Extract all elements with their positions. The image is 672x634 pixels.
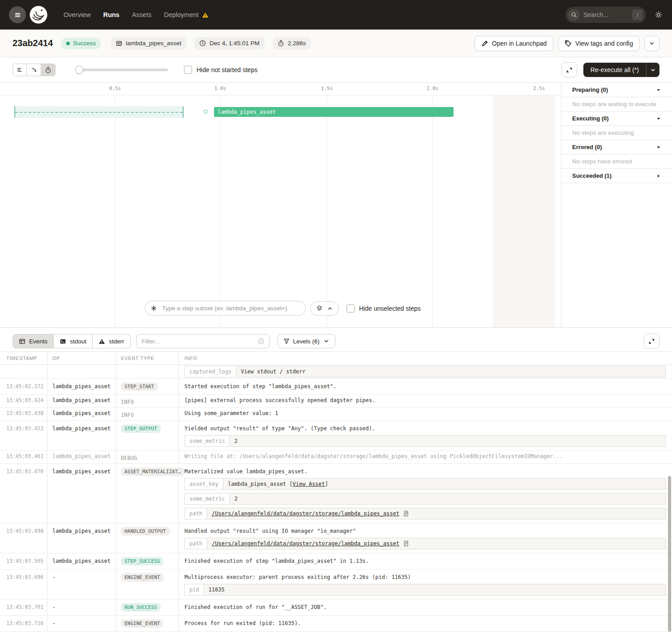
tab-events[interactable]: Events	[13, 334, 54, 348]
table-row[interactable]: 13:45:03.470lambda_pipes_assetASSET_MATE…	[0, 464, 672, 523]
gantt-expand-button[interactable]	[561, 62, 577, 77]
open-in-launchpad-button[interactable]: Open in Launchpad	[475, 36, 553, 51]
table-row[interactable]: 13:45:03.498lambda_pipes_assetHANDLED_OU…	[0, 523, 672, 553]
copy-icon[interactable]	[403, 510, 409, 517]
hide-unselected-checkbox-row: Hide unselected steps	[347, 304, 421, 313]
metadata-value-text: 2	[234, 438, 237, 444]
sidebar-section-preparing[interactable]: Preparing (0)	[561, 83, 672, 97]
sidebar-section-executing[interactable]: Executing (0)	[561, 111, 672, 126]
table-row[interactable]: 13:45:03.701-RUN_SUCCESSFinished executi…	[0, 600, 672, 616]
sidebar-section-errored[interactable]: Errored (0)	[561, 140, 672, 154]
filter-clear-button[interactable]	[257, 338, 265, 345]
levels-label: Levels (6)	[293, 338, 320, 345]
event-info-text: Yielded output "result" of type "Any". (…	[184, 425, 672, 432]
gantt-toolbar: Hide not started steps Re-execute all (*…	[0, 57, 672, 83]
timestamp-cell: 13:45:03.453	[0, 421, 47, 435]
table-row[interactable]: 13:45:03.461lambda_pipes_assetDEBUGWriti…	[0, 451, 672, 464]
reexecute-dropdown[interactable]	[646, 63, 659, 77]
table-row[interactable]: 13:45:03.453lambda_pipes_assetSTEP_OUTPU…	[0, 421, 672, 451]
tab-stderr[interactable]: stderr	[93, 334, 131, 348]
zoom-slider-knob[interactable]	[75, 66, 83, 74]
view-tags-config-button[interactable]: View tags and config	[558, 36, 640, 51]
op-selector-icon	[150, 305, 157, 312]
info-cell: captured_logsView stdout / stderr	[178, 365, 672, 377]
view-timed-button[interactable]	[41, 64, 56, 76]
table-row[interactable]: 13:45:03.505lambda_pipes_assetSTEP_SUCCE…	[0, 553, 672, 570]
log-tabs: Eventsstdoutstderr	[13, 334, 131, 348]
timeline-gridline	[220, 95, 221, 327]
run-header: 23ab2414 Success lambda_pipes_assetDec 4…	[0, 30, 672, 57]
search-input[interactable]	[580, 11, 632, 18]
tab-label: stderr	[109, 338, 124, 345]
timestamp-cell: 13:45:03.424	[0, 395, 47, 405]
op-cell: lambda_pipes_asset	[47, 553, 116, 568]
nav-item-deployment[interactable]: Deployment	[164, 11, 208, 18]
log-filter-input[interactable]	[141, 338, 257, 345]
event-type-badge: HANDLED_OUTPUT	[121, 527, 170, 535]
view-flat-button[interactable]	[13, 64, 27, 76]
hide-unselected-checkbox[interactable]	[347, 304, 355, 313]
table-row[interactable]: 13:45:02.372lambda_pipes_assetSTEP_START…	[0, 379, 672, 395]
event-type-cell: ASSET_MATERIALIZAT…	[116, 464, 178, 480]
info-cell: Handled output "result" using IO manager…	[178, 523, 672, 553]
sidebar-section-empty-text: No steps have errored	[561, 154, 672, 169]
op-cell: lambda_pipes_asset	[47, 408, 116, 418]
run-more-actions-button[interactable]	[644, 36, 659, 51]
status-dot-icon	[66, 42, 70, 45]
run-tag[interactable]: lambda_pipes_asset	[111, 37, 186, 49]
grid-icon	[116, 40, 122, 47]
nav-item-assets[interactable]: Assets	[132, 11, 152, 18]
step-subset-input[interactable]	[161, 304, 300, 312]
run-tag-label: Dec 4, 1:45:01 PM	[210, 40, 260, 47]
metadata-key: some_metric	[185, 436, 230, 446]
step-subset-input-wrap	[145, 301, 306, 316]
hide-not-started-checkbox[interactable]	[184, 66, 192, 74]
metadata-entry: asset_keylambda_pipes_asset [View Asset]	[184, 478, 666, 490]
dagster-logo[interactable]	[29, 5, 48, 25]
timeline-tick-label: 1.5s	[321, 86, 333, 91]
copy-icon[interactable]	[403, 540, 409, 547]
expand-icon	[566, 67, 573, 73]
table-row[interactable]: 13:45:03.438lambda_pipes_assetINFOUsing …	[0, 408, 672, 421]
table-row[interactable]: 13:45:03.424lambda_pipes_assetINFO[pipes…	[0, 395, 672, 408]
column-header-event-type: EVENT TYPE	[116, 356, 178, 361]
event-type-badge: INFO	[121, 412, 134, 418]
search-icon	[568, 9, 580, 21]
events-expand-button[interactable]	[644, 334, 659, 349]
panel-splitter[interactable]	[0, 327, 672, 331]
op-cell: lambda_pipes_asset	[47, 379, 116, 393]
metadata-value-text[interactable]: /Users/alangenfeld/data/dagster/storage/…	[212, 510, 399, 517]
nav-item-overview[interactable]: Overview	[64, 11, 90, 18]
tab-stdout[interactable]: stdout	[54, 334, 93, 348]
timestamp-cell: 13:45:03.716	[0, 616, 47, 630]
levels-filter-button[interactable]: Levels (6)	[278, 334, 335, 348]
run-id: 23ab2414	[13, 38, 53, 48]
sidebar-section-empty-text: No steps are executing	[561, 126, 672, 140]
gantt-step-bar[interactable]: lambda_pipes_asset	[214, 107, 454, 117]
zoom-slider[interactable]	[76, 69, 168, 71]
info-cell: Multiprocess executor: parent process ex…	[178, 570, 672, 599]
reexecute-button[interactable]: Re-execute all (*)	[583, 63, 659, 77]
metadata-value-text[interactable]: /Users/alangenfeld/data/dagster/storage/…	[212, 540, 399, 547]
run-tag: 2.286s	[273, 37, 311, 49]
hamburger-menu-button[interactable]	[9, 6, 26, 23]
view-asset-link[interactable]: View Asset	[293, 481, 325, 487]
info-cell: Finished execution of run for "__ASSET_J…	[178, 600, 672, 614]
sidebar-section-succeeded[interactable]: Succeeded (1)	[561, 169, 672, 183]
settings-button[interactable]	[654, 10, 663, 19]
events-scrollbar-thumb[interactable]	[668, 476, 671, 632]
event-type-cell: INFO	[116, 395, 178, 407]
event-type-cell: DEBUG	[116, 451, 178, 463]
event-type-cell: STEP_SUCCESS	[116, 553, 178, 569]
graph-query-toggle-button[interactable]	[310, 301, 339, 316]
event-info-text: Finished execution of step "lambda_pipes…	[184, 558, 672, 565]
run-tag-label: lambda_pipes_asset	[126, 40, 181, 47]
nav-item-runs[interactable]: Runs	[103, 11, 119, 18]
timer-icon	[278, 40, 284, 47]
view-waterfall-button[interactable]	[27, 64, 41, 76]
global-search[interactable]: /	[565, 7, 646, 23]
table-row[interactable]: 13:45:03.696-ENGINE_EVENTMultiprocess ex…	[0, 570, 672, 600]
table-row[interactable]: captured_logsView stdout / stderr	[0, 365, 672, 379]
step-marker-icon	[204, 110, 208, 114]
table-row[interactable]: 13:45:03.716-ENGINE_EVENTProcess for run…	[0, 616, 672, 632]
